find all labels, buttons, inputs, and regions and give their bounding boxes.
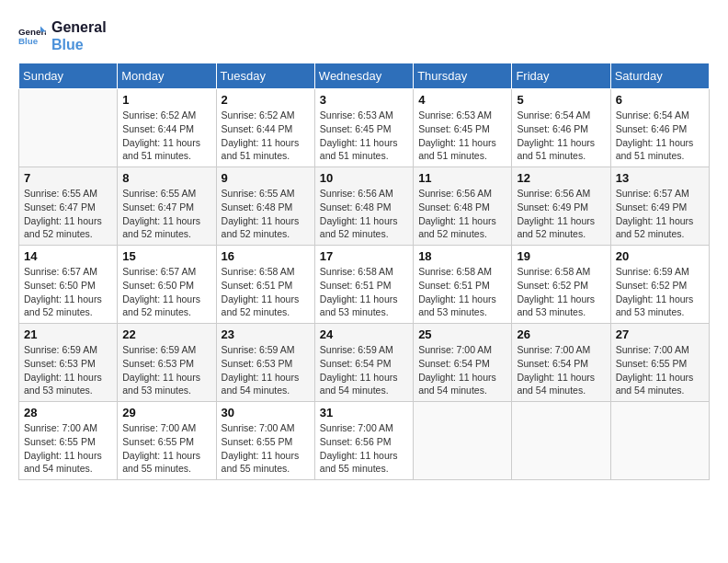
day-number: 12: [517, 171, 605, 185]
calendar-cell: 21Sunrise: 6:59 AMSunset: 6:53 PMDayligh…: [19, 324, 118, 402]
day-detail: Sunrise: 6:54 AMSunset: 6:46 PMDaylight:…: [517, 109, 605, 163]
day-detail: Sunrise: 7:00 AMSunset: 6:54 PMDaylight:…: [418, 343, 506, 397]
calendar-cell: 29Sunrise: 7:00 AMSunset: 6:55 PMDayligh…: [118, 402, 216, 480]
calendar-cell: 6Sunrise: 6:54 AMSunset: 6:46 PMDaylight…: [610, 89, 709, 167]
day-detail: Sunrise: 6:53 AMSunset: 6:45 PMDaylight:…: [320, 109, 408, 163]
calendar-cell: 22Sunrise: 6:59 AMSunset: 6:53 PMDayligh…: [118, 324, 216, 402]
day-number: 14: [24, 249, 112, 263]
calendar-week-4: 21Sunrise: 6:59 AMSunset: 6:53 PMDayligh…: [19, 324, 710, 402]
day-detail: Sunrise: 6:59 AMSunset: 6:53 PMDaylight:…: [222, 343, 310, 397]
day-detail: Sunrise: 6:56 AMSunset: 6:48 PMDaylight:…: [320, 187, 408, 241]
logo: General Blue General Blue: [18, 18, 107, 53]
day-detail: Sunrise: 6:55 AMSunset: 6:47 PMDaylight:…: [122, 187, 210, 241]
day-number: 29: [122, 406, 210, 419]
calendar-week-1: 1Sunrise: 6:52 AMSunset: 6:44 PMDaylight…: [19, 89, 710, 167]
logo-blue: Blue: [51, 36, 107, 53]
calendar-cell: 16Sunrise: 6:58 AMSunset: 6:51 PMDayligh…: [216, 246, 314, 324]
weekday-thursday: Thursday: [414, 63, 512, 89]
calendar-cell: 28Sunrise: 7:00 AMSunset: 6:55 PMDayligh…: [19, 402, 118, 480]
day-detail: Sunrise: 6:52 AMSunset: 6:44 PMDaylight:…: [122, 109, 210, 163]
day-detail: Sunrise: 6:58 AMSunset: 6:51 PMDaylight:…: [320, 265, 408, 319]
weekday-tuesday: Tuesday: [216, 63, 314, 89]
calendar-cell: 12Sunrise: 6:56 AMSunset: 6:49 PMDayligh…: [512, 167, 610, 246]
day-number: 8: [122, 171, 210, 185]
day-detail: Sunrise: 6:59 AMSunset: 6:53 PMDaylight:…: [122, 343, 210, 397]
day-number: 28: [24, 406, 112, 419]
day-number: 27: [616, 327, 704, 341]
day-detail: Sunrise: 7:00 AMSunset: 6:56 PMDaylight:…: [320, 421, 408, 476]
calendar-cell: 24Sunrise: 6:59 AMSunset: 6:54 PMDayligh…: [314, 324, 413, 402]
calendar-cell: 3Sunrise: 6:53 AMSunset: 6:45 PMDaylight…: [314, 89, 413, 167]
calendar-cell: [610, 402, 709, 480]
day-number: 5: [517, 93, 605, 107]
day-number: 20: [616, 249, 704, 263]
calendar-cell: 31Sunrise: 7:00 AMSunset: 6:56 PMDayligh…: [314, 402, 413, 480]
day-number: 22: [122, 327, 210, 341]
day-number: 25: [418, 327, 506, 341]
weekday-sunday: Sunday: [19, 63, 118, 89]
day-detail: Sunrise: 6:52 AMSunset: 6:44 PMDaylight:…: [222, 109, 310, 163]
calendar-cell: 27Sunrise: 7:00 AMSunset: 6:55 PMDayligh…: [610, 324, 709, 402]
day-number: 10: [320, 171, 408, 185]
day-number: 1: [122, 93, 210, 107]
day-number: 2: [222, 93, 310, 107]
day-number: 11: [418, 171, 506, 185]
calendar-cell: 2Sunrise: 6:52 AMSunset: 6:44 PMDaylight…: [216, 89, 314, 167]
calendar-cell: 14Sunrise: 6:57 AMSunset: 6:50 PMDayligh…: [19, 246, 118, 324]
calendar-cell: 23Sunrise: 6:59 AMSunset: 6:53 PMDayligh…: [216, 324, 314, 402]
day-number: 19: [517, 249, 605, 263]
logo-icon: General Blue: [18, 25, 46, 47]
day-detail: Sunrise: 7:00 AMSunset: 6:55 PMDaylight:…: [222, 421, 310, 476]
calendar-cell: 26Sunrise: 7:00 AMSunset: 6:54 PMDayligh…: [512, 324, 610, 402]
calendar-week-2: 7Sunrise: 6:55 AMSunset: 6:47 PMDaylight…: [19, 167, 710, 246]
day-number: 31: [320, 406, 408, 419]
weekday-saturday: Saturday: [610, 63, 709, 89]
calendar-cell: 30Sunrise: 7:00 AMSunset: 6:55 PMDayligh…: [216, 402, 314, 480]
day-detail: Sunrise: 6:59 AMSunset: 6:52 PMDaylight:…: [616, 265, 704, 319]
svg-text:Blue: Blue: [18, 36, 39, 46]
day-detail: Sunrise: 7:00 AMSunset: 6:54 PMDaylight:…: [517, 343, 605, 397]
day-number: 18: [418, 249, 506, 263]
weekday-wednesday: Wednesday: [314, 63, 413, 89]
day-detail: Sunrise: 7:00 AMSunset: 6:55 PMDaylight:…: [24, 421, 112, 476]
logo-general: General: [51, 18, 107, 36]
day-detail: Sunrise: 6:59 AMSunset: 6:53 PMDaylight:…: [24, 343, 112, 397]
calendar-cell: 1Sunrise: 6:52 AMSunset: 6:44 PMDaylight…: [118, 89, 216, 167]
day-number: 16: [222, 249, 310, 263]
calendar-cell: 7Sunrise: 6:55 AMSunset: 6:47 PMDaylight…: [19, 167, 118, 246]
calendar-cell: 10Sunrise: 6:56 AMSunset: 6:48 PMDayligh…: [314, 167, 413, 246]
day-number: 30: [222, 406, 310, 419]
calendar-cell: 19Sunrise: 6:58 AMSunset: 6:52 PMDayligh…: [512, 246, 610, 324]
day-number: 23: [222, 327, 310, 341]
calendar-cell: 20Sunrise: 6:59 AMSunset: 6:52 PMDayligh…: [610, 246, 709, 324]
day-number: 6: [616, 93, 704, 107]
day-detail: Sunrise: 6:55 AMSunset: 6:47 PMDaylight:…: [24, 187, 112, 241]
calendar-cell: [19, 89, 118, 167]
day-number: 4: [418, 93, 506, 107]
calendar-cell: [512, 402, 610, 480]
day-number: 21: [24, 327, 112, 341]
day-detail: Sunrise: 6:57 AMSunset: 6:50 PMDaylight:…: [24, 265, 112, 319]
day-detail: Sunrise: 6:56 AMSunset: 6:49 PMDaylight:…: [517, 187, 605, 241]
day-number: 26: [517, 327, 605, 341]
day-detail: Sunrise: 6:59 AMSunset: 6:54 PMDaylight:…: [320, 343, 408, 397]
day-number: 13: [616, 171, 704, 185]
calendar-cell: 13Sunrise: 6:57 AMSunset: 6:49 PMDayligh…: [610, 167, 709, 246]
day-number: 24: [320, 327, 408, 341]
day-detail: Sunrise: 6:58 AMSunset: 6:51 PMDaylight:…: [418, 265, 506, 319]
day-number: 7: [24, 171, 112, 185]
calendar-cell: 17Sunrise: 6:58 AMSunset: 6:51 PMDayligh…: [314, 246, 413, 324]
calendar-week-5: 28Sunrise: 7:00 AMSunset: 6:55 PMDayligh…: [19, 402, 710, 480]
weekday-header-row: SundayMondayTuesdayWednesdayThursdayFrid…: [19, 63, 710, 89]
calendar-cell: [414, 402, 512, 480]
day-detail: Sunrise: 7:00 AMSunset: 6:55 PMDaylight:…: [616, 343, 704, 397]
weekday-monday: Monday: [118, 63, 216, 89]
page-header: General Blue General Blue: [18, 18, 710, 53]
calendar-body: 1Sunrise: 6:52 AMSunset: 6:44 PMDaylight…: [19, 89, 710, 480]
day-number: 15: [122, 249, 210, 263]
calendar-cell: 5Sunrise: 6:54 AMSunset: 6:46 PMDaylight…: [512, 89, 610, 167]
calendar-cell: 15Sunrise: 6:57 AMSunset: 6:50 PMDayligh…: [118, 246, 216, 324]
day-detail: Sunrise: 6:58 AMSunset: 6:52 PMDaylight:…: [517, 265, 605, 319]
calendar-header: SundayMondayTuesdayWednesdayThursdayFrid…: [19, 63, 710, 89]
day-detail: Sunrise: 6:57 AMSunset: 6:49 PMDaylight:…: [616, 187, 704, 241]
